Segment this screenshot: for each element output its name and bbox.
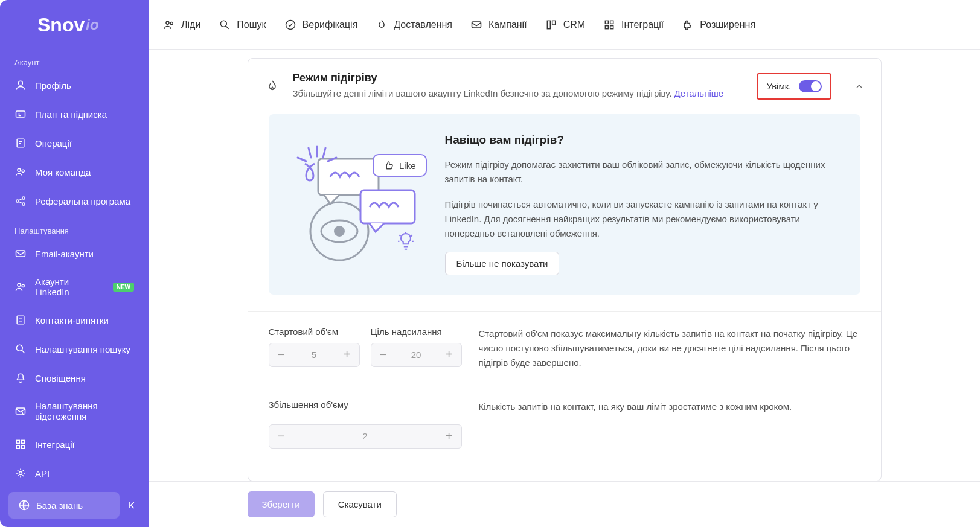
svg-point-33 [334, 226, 345, 237]
sidebar-item-linkedin[interactable]: Акаунти LinkedIn NEW [0, 268, 149, 305]
nav-extensions[interactable]: Розширення [682, 19, 755, 31]
volume-row: Стартовий об'єм − 5 + Ціль надсилання − [248, 311, 881, 385]
info-para-1: Режим підігріву допомагає захистити ваш … [445, 158, 841, 187]
mail-icon [14, 248, 27, 260]
sidebar-item-team[interactable]: Моя команда [0, 158, 149, 187]
svg-point-0 [19, 81, 23, 85]
knowledge-base-button[interactable]: База знань [8, 492, 120, 519]
info-para-2: Підігрів починається автоматично, коли в… [445, 197, 841, 241]
sidebar-item-search-settings[interactable]: Налаштування пошуку [0, 334, 149, 363]
svg-rect-2 [17, 139, 24, 147]
svg-rect-29 [605, 25, 608, 28]
svg-point-18 [19, 472, 22, 475]
target-volume-value: 20 [396, 350, 437, 360]
save-button[interactable]: Зберегти [248, 491, 315, 517]
collapse-sidebar-button[interactable] [126, 498, 140, 513]
nav-delivery[interactable]: Доставлення [376, 19, 452, 31]
nav-verify[interactable]: Верифікація [284, 19, 358, 31]
card-subtitle: Збільшуйте денні ліміти вашого акаунту L… [293, 87, 745, 101]
toggle-label: Увімк. [766, 81, 791, 91]
increase-label: Збільшення об'єму [269, 400, 462, 410]
dismiss-info-button[interactable]: Більше не показувати [445, 252, 560, 275]
warmup-info-panel: Like Навіщо вам підігрів? Режим підігрів… [269, 114, 860, 295]
card-title: Режим підігріву [293, 72, 745, 85]
fire-icon [264, 78, 281, 95]
svg-point-12 [16, 345, 22, 351]
increase-decrement-button[interactable]: − [269, 424, 293, 449]
cancel-button[interactable]: Скасувати [323, 491, 397, 517]
volume-description: Стартовий об'єм показує максимальну кіль… [479, 327, 860, 370]
warmup-toggle[interactable] [799, 80, 822, 92]
sidebar-item-tracking[interactable]: Налаштування відстеження [0, 392, 149, 430]
svg-rect-11 [17, 316, 24, 324]
search-icon [219, 19, 231, 31]
svg-rect-24 [472, 22, 481, 28]
grid-icon [14, 438, 27, 450]
grid-icon [603, 19, 615, 31]
card-header: Режим підігріву Збільшуйте денні ліміти … [248, 59, 881, 114]
sidebar-item-operations[interactable]: Операції [0, 129, 149, 158]
sidebar-section-settings: Налаштування [0, 220, 149, 239]
sidebar-item-email[interactable]: Email-акаунти [0, 239, 149, 268]
sidebar-item-referral[interactable]: Реферальна програма [0, 187, 149, 216]
svg-point-22 [221, 21, 227, 27]
nav-crm[interactable]: CRM [545, 19, 585, 31]
new-badge: NEW [113, 283, 134, 292]
mail2-icon [14, 405, 27, 417]
user-icon [14, 79, 27, 91]
sidebar-item-notifications[interactable]: Сповіщення [0, 363, 149, 392]
svg-rect-27 [605, 21, 608, 24]
svg-rect-30 [610, 25, 613, 28]
start-decrement-button[interactable]: − [269, 343, 293, 367]
start-volume-stepper[interactable]: − 5 + [269, 343, 360, 367]
bottom-bar: Зберегти Скасувати [149, 481, 980, 527]
collapse-card-button[interactable] [853, 80, 865, 92]
svg-rect-28 [610, 21, 613, 24]
card-icon [14, 108, 27, 120]
bulb-icon [398, 232, 414, 254]
warmup-toggle-highlight: Увімк. [757, 73, 831, 100]
share-icon [14, 195, 27, 207]
sidebar-item-profile[interactable]: Профіль [0, 71, 149, 100]
bell-icon [14, 372, 27, 384]
nav-campaigns[interactable]: Кампанії [470, 19, 527, 31]
sidebar-item-api[interactable]: API [0, 459, 149, 484]
increase-value: 2 [293, 431, 437, 441]
svg-rect-25 [547, 21, 550, 28]
target-increment-button[interactable]: + [437, 343, 461, 367]
doc-icon [14, 314, 27, 326]
nav-integrations[interactable]: Інтеграції [603, 19, 664, 31]
increase-description: Кількість запитів на контакт, на яку ваш… [479, 400, 860, 449]
svg-point-9 [18, 283, 21, 286]
sidebar-item-plan[interactable]: План та підписка [0, 100, 149, 129]
target-volume-stepper[interactable]: − 20 + [371, 343, 462, 367]
svg-rect-15 [22, 440, 25, 443]
info-title: Навіщо вам підігрів? [445, 133, 841, 147]
start-volume-value: 5 [293, 350, 335, 360]
team-icon [14, 281, 27, 293]
target-decrement-button[interactable]: − [371, 343, 396, 367]
increase-row: Збільшення об'єму − 2 + Кількість запиті… [248, 385, 881, 463]
increase-stepper[interactable]: − 2 + [269, 424, 462, 449]
start-volume-label: Стартовий об'єм [269, 327, 360, 337]
details-link[interactable]: Детальніше [674, 88, 724, 98]
svg-rect-17 [22, 446, 25, 449]
sidebar-item-exclusions[interactable]: Контакти-винятки [0, 305, 149, 334]
check-icon [284, 19, 296, 31]
svg-rect-1 [16, 111, 25, 117]
warmup-illustration: Like [288, 141, 421, 267]
svg-point-4 [22, 170, 24, 172]
nav-search[interactable]: Пошук [219, 19, 266, 31]
target-volume-label: Ціль надсилання [371, 327, 462, 337]
start-increment-button[interactable]: + [335, 343, 359, 367]
main: Ліди Пошук Верифікація Доставлення Кампа… [149, 0, 980, 527]
svg-point-3 [18, 168, 21, 171]
svg-point-10 [22, 284, 24, 287]
svg-rect-14 [16, 440, 19, 443]
nav-leads[interactable]: Ліди [163, 19, 200, 31]
increase-increment-button[interactable]: + [437, 424, 461, 449]
sidebar-item-integrations[interactable]: Інтеграції [0, 430, 149, 459]
leads-icon [163, 19, 175, 31]
logo[interactable]: Snovio [0, 0, 149, 50]
search-icon [14, 343, 27, 355]
